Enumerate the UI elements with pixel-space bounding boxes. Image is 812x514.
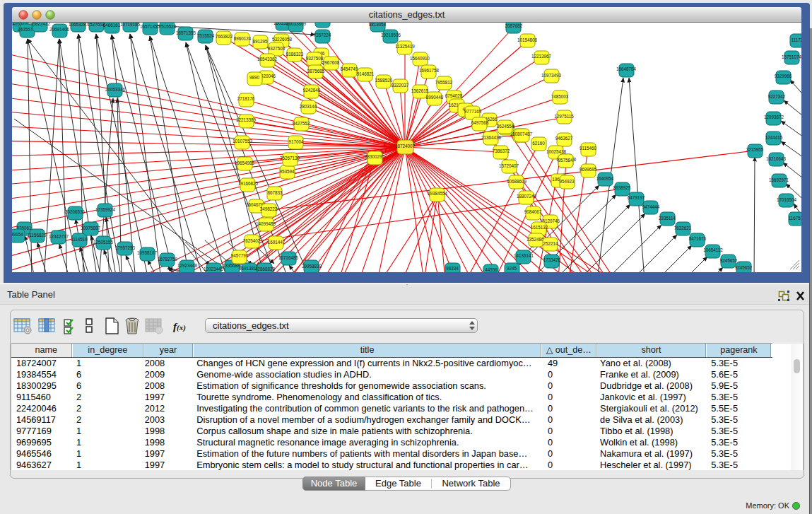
svg-text:3498222: 3498222: [260, 206, 278, 211]
svg-text:19654985: 19654985: [235, 160, 255, 165]
svg-text:1244415: 1244415: [765, 135, 783, 140]
svg-text:53226058: 53226058: [272, 37, 293, 42]
svg-text:7955812: 7955812: [435, 80, 453, 85]
svg-text:12093872: 12093872: [764, 115, 784, 119]
svg-text:3624554: 3624554: [497, 124, 514, 129]
svg-text:2967608: 2967608: [322, 60, 340, 65]
svg-text:62160: 62160: [532, 141, 545, 146]
svg-text:17957253: 17957253: [115, 245, 136, 250]
svg-text:20053346: 20053346: [105, 87, 126, 92]
svg-text:867833: 867833: [267, 190, 283, 195]
svg-text:10654112: 10654112: [703, 247, 723, 252]
svg-text:9146821: 9146821: [357, 71, 375, 76]
svg-text:28300295: 28300295: [365, 154, 385, 159]
svg-text:20691406: 20691406: [49, 27, 70, 32]
svg-text:16543362: 16543362: [257, 57, 278, 62]
svg-text:19166825: 19166825: [238, 181, 259, 186]
svg-text:7625402: 7625402: [243, 238, 261, 243]
svg-text:7386372: 7386372: [493, 148, 510, 153]
svg-text:953594: 953594: [279, 169, 295, 174]
svg-text:17359924: 17359924: [95, 207, 116, 212]
svg-text:9329966: 9329966: [775, 74, 792, 78]
svg-text:9327508: 9327508: [306, 56, 324, 61]
svg-text:116753: 116753: [789, 216, 801, 221]
svg-text:7485003: 7485003: [551, 94, 569, 99]
svg-text:16210643: 16210643: [766, 156, 787, 161]
svg-text:98334: 98334: [446, 266, 459, 271]
svg-text:1691447: 1691447: [268, 240, 286, 245]
svg-text:7515524: 7515524: [159, 24, 177, 29]
svg-text:11156829: 11156829: [27, 233, 47, 238]
svg-text:95822412: 95822412: [30, 23, 51, 26]
svg-text:12975115: 12975115: [554, 114, 574, 119]
svg-text:891295: 891295: [252, 39, 268, 44]
svg-text:9245: 9245: [507, 266, 517, 271]
svg-text:17016504: 17016504: [777, 197, 797, 202]
svg-text:8454749: 8454749: [341, 66, 358, 71]
svg-text:15716485: 15716485: [278, 255, 299, 260]
svg-text:7632621: 7632621: [674, 226, 692, 230]
svg-text:9777169: 9777169: [464, 109, 482, 114]
svg-text:957584: 957584: [558, 158, 573, 163]
svg-text:16571355: 16571355: [176, 30, 196, 35]
svg-text:35267130: 35267130: [280, 156, 300, 160]
svg-text:9890: 9890: [249, 75, 260, 80]
svg-text:7357224: 7357224: [314, 33, 331, 37]
svg-text:10807487: 10807487: [512, 132, 533, 136]
svg-text:14136141: 14136141: [514, 253, 534, 258]
svg-text:39154: 39154: [12, 232, 23, 237]
svg-text:9115460: 9115460: [579, 146, 597, 151]
svg-text:11172: 11172: [792, 37, 801, 42]
svg-text:6466161: 6466161: [103, 23, 121, 28]
svg-text:1640954: 1640954: [596, 176, 614, 181]
svg-text:6497568: 6497568: [471, 120, 489, 125]
svg-text:9457791: 9457791: [231, 253, 249, 258]
svg-text:2087682: 2087682: [505, 23, 523, 28]
svg-text:44556: 44556: [485, 267, 498, 272]
svg-text:1114519: 1114519: [71, 237, 88, 242]
svg-text:16571355: 16571355: [140, 24, 160, 29]
svg-text:8938923: 8938923: [613, 185, 631, 190]
svg-text:6794028: 6794028: [445, 93, 463, 98]
svg-text:3215955: 3215955: [746, 147, 764, 152]
svg-text:2803144: 2803144: [300, 104, 317, 109]
svg-text:9245652: 9245652: [735, 265, 753, 270]
svg-text:18807249: 18807249: [517, 194, 537, 199]
svg-text:8186323: 8186323: [286, 52, 304, 57]
svg-text:21364436: 21364436: [481, 135, 502, 140]
svg-text:30975887: 30975887: [81, 226, 101, 230]
svg-text:15692971: 15692971: [769, 177, 789, 182]
svg-text:12923448: 12923448: [177, 263, 198, 268]
svg-text:42868828: 42868828: [255, 267, 276, 271]
svg-text:8427552: 8427552: [293, 121, 310, 126]
svg-text:16648784: 16648784: [616, 66, 637, 71]
svg-text:12505155: 12505155: [93, 240, 114, 245]
svg-text:8960124: 8960124: [234, 36, 252, 41]
svg-text:10719185: 10719185: [120, 23, 141, 27]
svg-text:9242848: 9242848: [303, 88, 321, 93]
svg-text:1615132: 1615132: [531, 225, 548, 230]
svg-text:10958107: 10958107: [137, 250, 158, 255]
svg-text:9227342: 9227342: [768, 94, 786, 99]
svg-text:252214: 252214: [543, 241, 558, 246]
svg-text:7515524: 7515524: [197, 33, 215, 38]
svg-text:3875685: 3875685: [307, 69, 325, 74]
svg-text:10653287: 10653287: [69, 23, 89, 27]
svg-text:12023445: 12023445: [204, 267, 224, 271]
svg-text:9245652: 9245652: [720, 258, 738, 263]
svg-text:1588520: 1588520: [375, 78, 393, 83]
svg-text:16782759: 16782759: [158, 257, 178, 262]
svg-text:8813054: 8813054: [369, 23, 387, 27]
svg-text:12213389: 12213389: [236, 117, 257, 122]
svg-text:19218506: 19218506: [381, 33, 401, 37]
svg-text:11325419: 11325419: [395, 44, 415, 49]
svg-text:9084067: 9084067: [524, 209, 542, 214]
svg-text:10025438: 10025438: [546, 149, 567, 154]
svg-text:1733426: 1733426: [543, 257, 561, 262]
svg-text:917004: 917004: [288, 139, 304, 144]
svg-text:954923: 954923: [559, 179, 575, 184]
svg-text:9463627: 9463627: [555, 136, 573, 141]
svg-text:7663822: 7663822: [216, 34, 233, 39]
svg-text:9327503: 9327503: [268, 46, 286, 51]
svg-text:6479197: 6479197: [628, 195, 645, 200]
